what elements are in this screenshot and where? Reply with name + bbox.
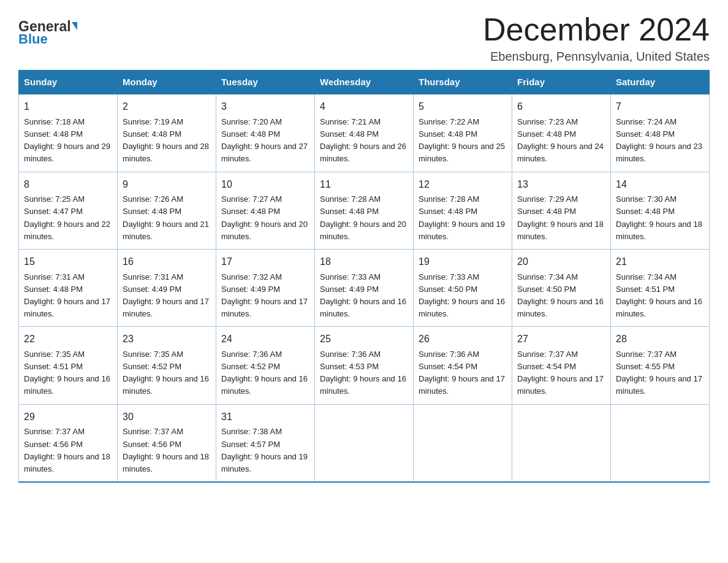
column-header-wednesday: Wednesday bbox=[315, 71, 414, 94]
day-number: 6 bbox=[517, 99, 605, 115]
day-number: 4 bbox=[320, 99, 408, 115]
day-info: Sunrise: 7:33 AMSunset: 4:49 PMDaylight:… bbox=[320, 272, 406, 318]
day-number: 15 bbox=[24, 255, 112, 270]
calendar-cell: 5Sunrise: 7:22 AMSunset: 4:48 PMDaylight… bbox=[414, 94, 512, 172]
calendar-cell: 31Sunrise: 7:38 AMSunset: 4:57 PMDayligh… bbox=[216, 404, 315, 482]
calendar-cell bbox=[611, 404, 710, 482]
calendar-cell: 4Sunrise: 7:21 AMSunset: 4:48 PMDaylight… bbox=[315, 94, 414, 172]
day-info: Sunrise: 7:37 AMSunset: 4:55 PMDaylight:… bbox=[616, 350, 702, 396]
calendar-cell: 23Sunrise: 7:35 AMSunset: 4:52 PMDayligh… bbox=[118, 327, 216, 404]
day-info: Sunrise: 7:29 AMSunset: 4:48 PMDaylight:… bbox=[517, 194, 604, 240]
column-header-monday: Monday bbox=[118, 71, 216, 94]
day-number: 22 bbox=[24, 332, 112, 347]
day-number: 11 bbox=[320, 177, 408, 193]
calendar-subtitle: Ebensburg, Pennsylvania, United States bbox=[483, 50, 710, 64]
calendar-title: December 2024 bbox=[483, 12, 710, 47]
page-header: General Blue December 2024 Ebensburg, Pe… bbox=[18, 12, 710, 64]
calendar-cell: 26Sunrise: 7:36 AMSunset: 4:54 PMDayligh… bbox=[414, 327, 512, 404]
calendar-cell: 13Sunrise: 7:29 AMSunset: 4:48 PMDayligh… bbox=[512, 172, 611, 249]
column-header-tuesday: Tuesday bbox=[216, 71, 315, 94]
day-info: Sunrise: 7:37 AMSunset: 4:56 PMDaylight:… bbox=[123, 427, 209, 473]
calendar-week-row: 22Sunrise: 7:35 AMSunset: 4:51 PMDayligh… bbox=[19, 327, 710, 404]
calendar-cell: 11Sunrise: 7:28 AMSunset: 4:48 PMDayligh… bbox=[315, 172, 414, 249]
day-number: 7 bbox=[616, 99, 704, 115]
calendar-cell: 1Sunrise: 7:18 AMSunset: 4:48 PMDaylight… bbox=[19, 94, 118, 172]
calendar-cell: 6Sunrise: 7:23 AMSunset: 4:48 PMDaylight… bbox=[512, 94, 611, 172]
title-block: December 2024 Ebensburg, Pennsylvania, U… bbox=[483, 12, 710, 64]
calendar-cell: 25Sunrise: 7:36 AMSunset: 4:53 PMDayligh… bbox=[315, 327, 414, 404]
calendar-cell: 12Sunrise: 7:28 AMSunset: 4:48 PMDayligh… bbox=[414, 172, 512, 249]
logo-arrow-icon bbox=[72, 22, 77, 30]
day-info: Sunrise: 7:20 AMSunset: 4:48 PMDaylight:… bbox=[221, 117, 308, 163]
day-number: 20 bbox=[517, 255, 605, 270]
day-number: 26 bbox=[419, 332, 507, 347]
day-number: 24 bbox=[221, 332, 309, 347]
calendar-cell: 18Sunrise: 7:33 AMSunset: 4:49 PMDayligh… bbox=[315, 249, 414, 326]
calendar-header-row: SundayMondayTuesdayWednesdayThursdayFrid… bbox=[19, 71, 710, 94]
day-number: 28 bbox=[616, 332, 704, 347]
day-info: Sunrise: 7:22 AMSunset: 4:48 PMDaylight:… bbox=[419, 117, 505, 163]
calendar-cell: 8Sunrise: 7:25 AMSunset: 4:47 PMDaylight… bbox=[19, 172, 118, 249]
day-info: Sunrise: 7:31 AMSunset: 4:49 PMDaylight:… bbox=[123, 272, 209, 318]
day-number: 16 bbox=[123, 255, 211, 270]
day-number: 23 bbox=[123, 332, 211, 347]
calendar-table: SundayMondayTuesdayWednesdayThursdayFrid… bbox=[18, 70, 710, 483]
day-number: 2 bbox=[123, 99, 211, 115]
calendar-cell: 15Sunrise: 7:31 AMSunset: 4:48 PMDayligh… bbox=[19, 249, 118, 326]
day-info: Sunrise: 7:38 AMSunset: 4:57 PMDaylight:… bbox=[221, 427, 308, 473]
calendar-cell: 9Sunrise: 7:26 AMSunset: 4:48 PMDaylight… bbox=[118, 172, 216, 249]
column-header-sunday: Sunday bbox=[19, 71, 118, 94]
calendar-cell: 27Sunrise: 7:37 AMSunset: 4:54 PMDayligh… bbox=[512, 327, 611, 404]
calendar-cell bbox=[414, 404, 512, 482]
day-number: 14 bbox=[616, 177, 704, 193]
day-info: Sunrise: 7:33 AMSunset: 4:50 PMDaylight:… bbox=[419, 272, 505, 318]
day-number: 19 bbox=[419, 255, 507, 270]
logo-blue-text: Blue bbox=[18, 31, 48, 47]
column-header-friday: Friday bbox=[512, 71, 611, 94]
day-number: 10 bbox=[221, 177, 309, 193]
day-info: Sunrise: 7:34 AMSunset: 4:51 PMDaylight:… bbox=[616, 272, 702, 318]
calendar-week-row: 29Sunrise: 7:37 AMSunset: 4:56 PMDayligh… bbox=[19, 404, 710, 482]
day-info: Sunrise: 7:34 AMSunset: 4:50 PMDaylight:… bbox=[517, 272, 604, 318]
day-info: Sunrise: 7:23 AMSunset: 4:48 PMDaylight:… bbox=[517, 117, 604, 163]
day-info: Sunrise: 7:37 AMSunset: 4:56 PMDaylight:… bbox=[24, 427, 110, 473]
day-info: Sunrise: 7:28 AMSunset: 4:48 PMDaylight:… bbox=[419, 194, 505, 240]
calendar-cell: 30Sunrise: 7:37 AMSunset: 4:56 PMDayligh… bbox=[118, 404, 216, 482]
calendar-cell: 16Sunrise: 7:31 AMSunset: 4:49 PMDayligh… bbox=[118, 249, 216, 326]
calendar-cell: 24Sunrise: 7:36 AMSunset: 4:52 PMDayligh… bbox=[216, 327, 315, 404]
day-number: 8 bbox=[24, 177, 112, 193]
calendar-cell: 14Sunrise: 7:30 AMSunset: 4:48 PMDayligh… bbox=[611, 172, 710, 249]
day-number: 31 bbox=[221, 410, 309, 425]
day-number: 5 bbox=[419, 99, 507, 115]
column-header-saturday: Saturday bbox=[611, 71, 710, 94]
calendar-week-row: 15Sunrise: 7:31 AMSunset: 4:48 PMDayligh… bbox=[19, 249, 710, 326]
calendar-cell: 19Sunrise: 7:33 AMSunset: 4:50 PMDayligh… bbox=[414, 249, 512, 326]
calendar-cell: 28Sunrise: 7:37 AMSunset: 4:55 PMDayligh… bbox=[611, 327, 710, 404]
day-info: Sunrise: 7:26 AMSunset: 4:48 PMDaylight:… bbox=[123, 194, 209, 240]
day-info: Sunrise: 7:37 AMSunset: 4:54 PMDaylight:… bbox=[517, 350, 604, 396]
day-info: Sunrise: 7:19 AMSunset: 4:48 PMDaylight:… bbox=[123, 117, 209, 163]
day-number: 12 bbox=[419, 177, 507, 193]
day-info: Sunrise: 7:36 AMSunset: 4:53 PMDaylight:… bbox=[320, 350, 406, 396]
day-info: Sunrise: 7:18 AMSunset: 4:48 PMDaylight:… bbox=[24, 117, 110, 163]
calendar-cell: 20Sunrise: 7:34 AMSunset: 4:50 PMDayligh… bbox=[512, 249, 611, 326]
day-number: 29 bbox=[24, 410, 112, 425]
day-number: 13 bbox=[517, 177, 605, 193]
day-number: 18 bbox=[320, 255, 408, 270]
day-number: 25 bbox=[320, 332, 408, 347]
day-number: 9 bbox=[123, 177, 211, 193]
calendar-cell: 21Sunrise: 7:34 AMSunset: 4:51 PMDayligh… bbox=[611, 249, 710, 326]
calendar-cell: 7Sunrise: 7:24 AMSunset: 4:48 PMDaylight… bbox=[611, 94, 710, 172]
calendar-cell: 2Sunrise: 7:19 AMSunset: 4:48 PMDaylight… bbox=[118, 94, 216, 172]
column-header-thursday: Thursday bbox=[414, 71, 512, 94]
day-number: 21 bbox=[616, 255, 704, 270]
day-info: Sunrise: 7:30 AMSunset: 4:48 PMDaylight:… bbox=[616, 194, 702, 240]
day-info: Sunrise: 7:36 AMSunset: 4:54 PMDaylight:… bbox=[419, 350, 505, 396]
logo: General Blue bbox=[18, 12, 77, 47]
calendar-cell: 3Sunrise: 7:20 AMSunset: 4:48 PMDaylight… bbox=[216, 94, 315, 172]
day-info: Sunrise: 7:36 AMSunset: 4:52 PMDaylight:… bbox=[221, 350, 308, 396]
calendar-cell: 17Sunrise: 7:32 AMSunset: 4:49 PMDayligh… bbox=[216, 249, 315, 326]
calendar-cell: 10Sunrise: 7:27 AMSunset: 4:48 PMDayligh… bbox=[216, 172, 315, 249]
calendar-cell bbox=[512, 404, 611, 482]
day-info: Sunrise: 7:24 AMSunset: 4:48 PMDaylight:… bbox=[616, 117, 702, 163]
